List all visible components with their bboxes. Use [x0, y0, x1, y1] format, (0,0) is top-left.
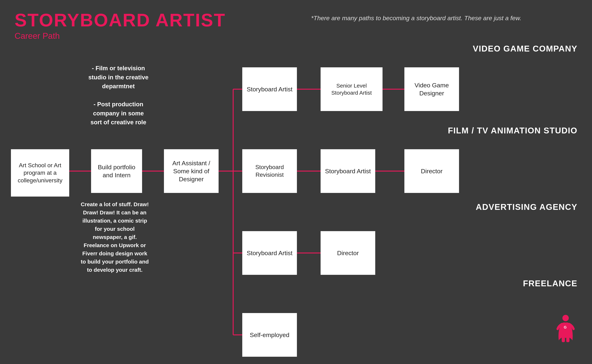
section-freelance: FREELANCE: [523, 279, 578, 288]
build-portfolio-box: Build portfolio and Intern: [91, 149, 142, 193]
art-assistant-box: Art Assistant / Some kind of Designer: [164, 149, 219, 193]
header: STORYBOARD ARTIST Career Path: [14, 11, 226, 41]
senior-sb-box: Senior Level Storyboard Artist: [321, 67, 383, 111]
disclaimer-text: *There are many paths to becoming a stor…: [255, 14, 578, 22]
svg-rect-14: [562, 331, 565, 342]
annotation-film-note: - Film or television studio in the creat…: [87, 64, 149, 127]
svg-text:G: G: [564, 325, 567, 329]
self-employed-box: Self-employed: [242, 313, 297, 357]
section-film-tv: FILM / TV ANIMATION STUDIO: [448, 126, 578, 135]
superhero-icon: G: [554, 313, 578, 350]
section-advertising: ADVERTISING AGENCY: [476, 202, 578, 212]
sb-artist-film-box: Storyboard Artist: [321, 149, 375, 193]
page-subtitle: Career Path: [14, 31, 226, 41]
annotation-create-stuff: Create a lot of stuff. Draw! Draw! Draw!…: [80, 200, 149, 274]
art-school-box: Art School or Art program at a college/u…: [11, 149, 69, 196]
director-film-box: Director: [404, 149, 459, 193]
svg-point-13: [563, 315, 569, 321]
svg-rect-15: [566, 331, 570, 342]
sb-revisionist-box: Storyboard Revisionist: [242, 149, 297, 193]
sb-artist-adv-box: Storyboard Artist: [242, 231, 297, 275]
page-title: STORYBOARD ARTIST: [14, 11, 226, 29]
video-game-designer-box: Video Game Designer: [404, 67, 459, 111]
page: STORYBOARD ARTIST Career Path *There are…: [0, 0, 592, 364]
sb-artist-vg-box: Storyboard Artist: [242, 67, 297, 111]
section-video-game: VIDEO GAME COMPANY: [473, 44, 578, 53]
director-adv-box: Director: [321, 231, 375, 275]
